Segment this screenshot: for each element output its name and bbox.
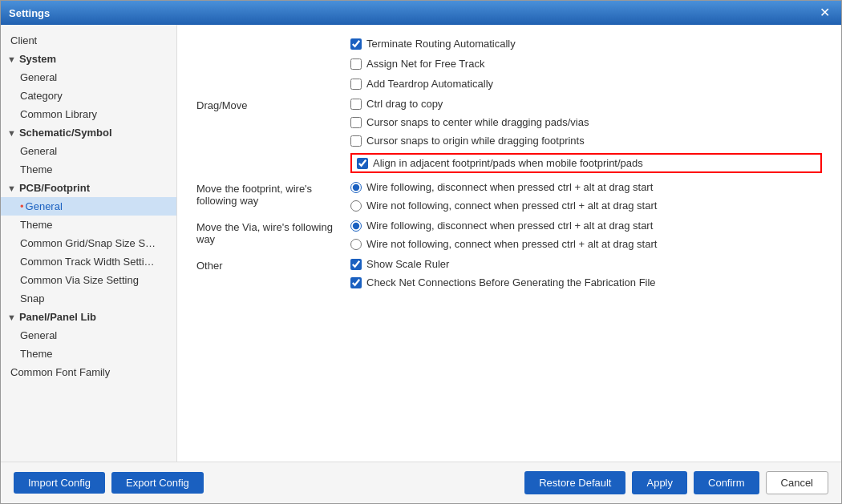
move-footprint-row: Move the footprint, wire's following way… (196, 181, 822, 212)
other-label: Other (196, 258, 341, 272)
confirm-button[interactable]: Confirm (694, 471, 759, 494)
footprint-wire-following-radio[interactable] (350, 182, 362, 193)
cursor-snaps-origin-row: Cursor snaps to origin while dragging fo… (350, 135, 822, 147)
sidebar-item-schematic-theme[interactable]: Theme (1, 160, 176, 179)
close-button[interactable]: ✕ (816, 6, 833, 19)
footprint-wire-following-row: Wire following, disconnect when pressed … (350, 181, 822, 193)
assign-net-checkbox-row: Assign Net for Free Track (350, 58, 822, 70)
sidebar-item-client[interactable]: Client (1, 31, 176, 50)
footprint-wire-not-following-text: Wire not following, connect when pressed… (366, 200, 657, 212)
sidebar-item-pcb-theme[interactable]: Theme (1, 216, 176, 234)
via-wire-not-following-text: Wire not following, connect when pressed… (366, 238, 657, 250)
sidebar-item-system-category[interactable]: Category (1, 87, 176, 105)
sidebar-item-panel[interactable]: ▼ Panel/Panel Lib (1, 308, 176, 326)
footprint-wire-not-following-row: Wire not following, connect when pressed… (350, 200, 822, 212)
terminate-routing-text: Terminate Routing Automatically (366, 38, 516, 50)
sidebar-item-panel-theme[interactable]: Theme (1, 345, 176, 363)
terminate-routing-label (196, 38, 341, 39)
cursor-snaps-center-checkbox[interactable] (350, 117, 362, 128)
move-via-label: Move the Via, wire's following way (196, 220, 341, 245)
sidebar-item-pcb-common-grid[interactable]: Common Grid/Snap Size S… (1, 234, 176, 252)
right-panel: Terminate Routing Automatically Assign N… (177, 25, 841, 462)
align-footprint-checkbox[interactable] (357, 158, 368, 169)
other-controls: Show Scale Ruler Check Net Connections B… (350, 258, 822, 288)
check-net-connections-row: Check Net Connections Before Generating … (350, 276, 822, 288)
sidebar-item-pcb-common-via[interactable]: Common Via Size Setting (1, 271, 176, 289)
move-footprint-label: Move the footprint, wire's following way (196, 181, 341, 207)
sidebar-item-common-library[interactable]: Common Library (1, 105, 176, 123)
sidebar-item-pcb-common-track[interactable]: Common Track Width Setti… (1, 252, 176, 271)
drag-move-controls: Ctrl drag to copy Cursor snaps to center… (350, 98, 822, 173)
settings-window: Settings ✕ Client ▼ System General Categ… (0, 0, 842, 504)
show-scale-ruler-checkbox[interactable] (350, 259, 362, 270)
via-wire-following-text: Wire following, disconnect when pressed … (366, 220, 653, 232)
bottom-left-actions: Import Config Export Config (14, 472, 204, 494)
terminate-routing-row: Terminate Routing Automatically (196, 38, 822, 50)
sidebar-item-common-font[interactable]: Common Font Family (1, 363, 176, 381)
via-wire-following-radio[interactable] (350, 220, 362, 232)
move-via-controls: Wire following, disconnect when pressed … (350, 220, 822, 250)
footprint-wire-following-text: Wire following, disconnect when pressed … (366, 181, 653, 193)
terminate-routing-controls: Terminate Routing Automatically (350, 38, 822, 50)
apply-button[interactable]: Apply (632, 471, 687, 494)
assign-net-text: Assign Net for Free Track (366, 58, 484, 70)
via-wire-following-row: Wire following, disconnect when pressed … (350, 220, 822, 232)
ctrl-drag-checkbox[interactable] (350, 99, 362, 110)
sidebar-item-panel-general[interactable]: General (1, 326, 176, 345)
sidebar-item-system-general[interactable]: General (1, 68, 176, 87)
add-teardrop-checkbox[interactable] (350, 79, 362, 90)
cursor-snaps-origin-text: Cursor snaps to origin while dragging fo… (366, 135, 585, 147)
sidebar-item-schematic[interactable]: ▼ Schematic/Symbol (1, 123, 176, 142)
sidebar-item-pcb[interactable]: ▼ PCB/Footprint (1, 179, 176, 197)
assign-net-checkbox[interactable] (350, 58, 362, 70)
check-net-connections-checkbox[interactable] (350, 277, 362, 288)
bottom-bar: Import Config Export Config Restore Defa… (1, 462, 841, 503)
move-via-row: Move the Via, wire's following way Wire … (196, 220, 822, 250)
check-net-connections-text: Check Net Connections Before Generating … (366, 276, 656, 288)
ctrl-drag-text: Ctrl drag to copy (366, 98, 443, 110)
terminate-routing-checkbox[interactable] (350, 38, 362, 50)
assign-net-row: Assign Net for Free Track (196, 58, 822, 70)
terminate-routing-checkbox-row: Terminate Routing Automatically (350, 38, 822, 50)
align-footprint-highlight: Align in adjacent footprint/pads when mo… (350, 153, 822, 173)
add-teardrop-row: Add Teardrop Automatically (196, 78, 822, 90)
via-wire-not-following-row: Wire not following, connect when pressed… (350, 238, 822, 250)
main-content: Client ▼ System General Category Common … (1, 25, 841, 462)
cursor-snaps-center-text: Cursor snaps to center while dragging pa… (366, 116, 589, 128)
cursor-snaps-origin-checkbox[interactable] (350, 135, 362, 147)
title-bar: Settings ✕ (1, 1, 841, 25)
cancel-button[interactable]: Cancel (766, 471, 828, 494)
show-scale-ruler-text: Show Scale Ruler (366, 258, 449, 270)
align-footprint-text: Align in adjacent footprint/pads when mo… (373, 157, 643, 169)
sidebar-item-pcb-snap[interactable]: Snap (1, 289, 176, 308)
bottom-right-actions: Restore Default Apply Confirm Cancel (524, 471, 828, 494)
sidebar-item-pcb-general[interactable]: •General (1, 197, 176, 216)
footprint-wire-not-following-radio[interactable] (350, 200, 362, 212)
cursor-snaps-center-row: Cursor snaps to center while dragging pa… (350, 116, 822, 128)
sidebar: Client ▼ System General Category Common … (1, 25, 177, 462)
align-footprint-row: Align in adjacent footprint/pads when mo… (357, 157, 643, 169)
export-config-button[interactable]: Export Config (111, 472, 204, 494)
sidebar-item-schematic-general[interactable]: General (1, 142, 176, 160)
add-teardrop-text: Add Teardrop Automatically (366, 78, 493, 90)
add-teardrop-checkbox-row: Add Teardrop Automatically (350, 78, 822, 90)
sidebar-item-system[interactable]: ▼ System (1, 50, 176, 68)
drag-move-row: Drag/Move Ctrl drag to copy Cursor snaps… (196, 98, 822, 173)
drag-move-label: Drag/Move (196, 98, 341, 111)
import-config-button[interactable]: Import Config (14, 472, 105, 494)
move-footprint-controls: Wire following, disconnect when pressed … (350, 181, 822, 212)
restore-default-button[interactable]: Restore Default (524, 471, 625, 494)
other-row: Other Show Scale Ruler Check Net Connect… (196, 258, 822, 288)
show-scale-ruler-row: Show Scale Ruler (350, 258, 822, 270)
via-wire-not-following-radio[interactable] (350, 239, 362, 250)
window-title: Settings (9, 7, 50, 19)
ctrl-drag-row: Ctrl drag to copy (350, 98, 822, 110)
